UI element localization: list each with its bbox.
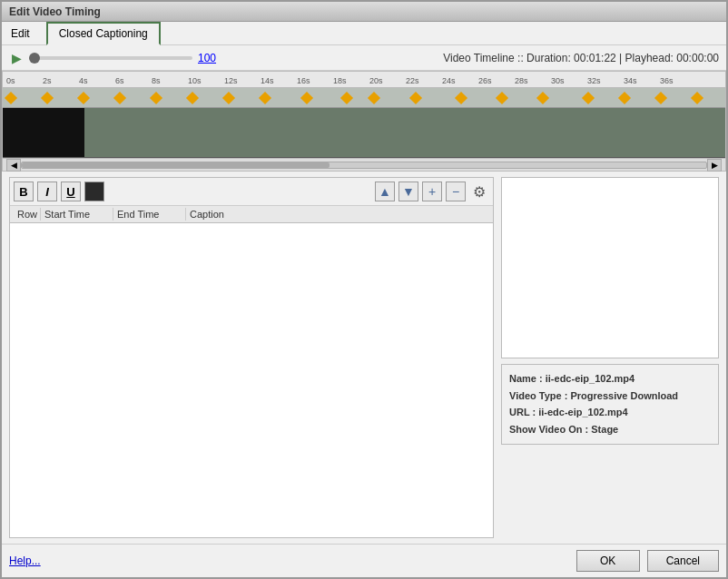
keyframe-13[interactable] — [496, 91, 508, 103]
keyframe-8[interactable] — [300, 91, 313, 103]
table-header: Row Start Time End Time Caption — [10, 206, 493, 223]
main-content: B I U ▲ ▼ + − ⚙ Row Start Time End Time … — [2, 172, 726, 544]
tab-closed-captioning[interactable]: Closed Captioning — [46, 22, 161, 45]
tick-8s: 8s — [152, 76, 161, 85]
scroll-thumb[interactable] — [22, 162, 330, 168]
keyframe-9[interactable] — [340, 91, 353, 103]
keyframe-6[interactable] — [222, 91, 235, 103]
show-label: Show Video On : — [509, 424, 588, 435]
move-up-button[interactable]: ▲ — [375, 182, 395, 201]
video-preview — [501, 177, 719, 358]
info-url: URL : ii-edc-eip_102.mp4 — [509, 404, 711, 421]
tick-30s: 30s — [551, 76, 565, 85]
tick-14s: 14s — [261, 76, 274, 85]
col-caption: Caption — [186, 208, 489, 221]
keyframe-2[interactable] — [77, 91, 90, 103]
tick-12s: 12s — [224, 76, 238, 85]
name-value: ii-edc-eip_102.mp4 — [546, 373, 635, 384]
tick-28s: 28s — [515, 76, 528, 85]
info-name: Name : ii-edc-eip_102.mp4 — [509, 370, 711, 388]
add-caption-button[interactable]: + — [422, 182, 442, 201]
ruler-ticks: 0s 2s 4s 6s 8s 10s 12s 14s 16s 18s 20s 2… — [3, 72, 725, 87]
keyframe-14[interactable] — [536, 91, 549, 103]
move-down-button[interactable]: ▼ — [398, 182, 418, 201]
keyframe-15[interactable] — [582, 91, 595, 103]
scroll-left-button[interactable]: ◀ — [6, 159, 21, 172]
track-thumbnail — [3, 108, 84, 157]
cancel-button[interactable]: Cancel — [647, 550, 719, 572]
tick-18s: 18s — [333, 76, 347, 85]
scroll-right-button[interactable]: ▶ — [707, 159, 722, 172]
keyframe-10[interactable] — [368, 91, 380, 103]
tick-6s: 6s — [115, 76, 124, 85]
remove-caption-button[interactable]: − — [446, 182, 466, 201]
slider-thumb[interactable] — [29, 53, 40, 64]
scroll-track[interactable] — [21, 162, 707, 169]
name-label: Name : — [509, 373, 543, 384]
video-info: Name : ii-edc-eip_102.mp4 Video Type : P… — [501, 364, 719, 445]
type-label: Video Type : — [509, 390, 567, 401]
caption-panel: B I U ▲ ▼ + − ⚙ Row Start Time End Time … — [9, 177, 494, 538]
timeline-area: 0s 2s 4s 6s 8s 10s 12s 14s 16s 18s 20s 2… — [2, 71, 726, 172]
col-end-time: End Time — [113, 208, 186, 221]
tick-16s: 16s — [297, 76, 310, 85]
col-row: Row — [14, 208, 41, 221]
keyframe-row — [3, 88, 725, 108]
tick-22s: 22s — [406, 76, 419, 85]
timeline-info: Video Timeline :: Duration: 00:01:22 | P… — [443, 52, 719, 64]
menu-bar: Edit Closed Captioning — [2, 22, 726, 45]
info-type: Video Type : Progressive Download — [509, 388, 711, 405]
tick-2s: 2s — [43, 76, 52, 85]
dialog-buttons: OK Cancel — [576, 550, 719, 572]
bold-button[interactable]: B — [14, 182, 34, 201]
tick-20s: 20s — [369, 76, 383, 85]
keyframe-4[interactable] — [150, 91, 162, 103]
tick-26s: 26s — [478, 76, 492, 85]
title-bar: Edit Video Timing — [2, 2, 726, 22]
settings-button[interactable]: ⚙ — [469, 182, 489, 201]
col-start-time: Start Time — [41, 208, 113, 221]
keyframe-1[interactable] — [41, 91, 54, 103]
tick-34s: 34s — [624, 76, 637, 85]
info-show: Show Video On : Stage — [509, 421, 711, 438]
keyframe-0[interactable] — [5, 91, 17, 103]
show-value: Stage — [591, 424, 618, 435]
url-label: URL : — [509, 407, 536, 417]
type-value: Progressive Download — [570, 390, 678, 401]
color-picker-button[interactable] — [84, 182, 104, 201]
keyframe-7[interactable] — [259, 91, 271, 103]
keyframe-5[interactable] — [186, 91, 199, 103]
tick-4s: 4s — [79, 76, 88, 85]
keyframe-16[interactable] — [618, 91, 631, 103]
keyframe-11[interactable] — [409, 91, 422, 103]
caption-table-body[interactable] — [10, 223, 493, 537]
video-track — [3, 108, 725, 158]
tick-24s: 24s — [442, 76, 456, 85]
right-panel: Name : ii-edc-eip_102.mp4 Video Type : P… — [501, 177, 719, 538]
bottom-bar: Help... OK Cancel — [2, 544, 726, 577]
underline-button[interactable]: U — [61, 182, 81, 201]
edit-menu[interactable]: Edit — [2, 22, 39, 44]
ok-button[interactable]: OK — [576, 550, 640, 572]
tab-bar: Closed Captioning — [39, 22, 161, 44]
play-button[interactable]: ▶ — [9, 51, 24, 65]
timeline-ruler: 0s 2s 4s 6s 8s 10s 12s 14s 16s 18s 20s 2… — [3, 72, 725, 88]
tick-10s: 10s — [188, 76, 202, 85]
keyframe-17[interactable] — [654, 91, 667, 103]
tick-32s: 32s — [587, 76, 601, 85]
keyframe-3[interactable] — [113, 91, 126, 103]
tick-36s: 36s — [660, 76, 674, 85]
formatting-toolbar: B I U ▲ ▼ + − ⚙ — [10, 178, 493, 206]
timeline-scrollbar[interactable]: ◀ ▶ — [3, 158, 725, 171]
italic-button[interactable]: I — [37, 182, 57, 201]
keyframe-18[interactable] — [691, 91, 703, 103]
help-link[interactable]: Help... — [9, 554, 41, 567]
timeline-controls: ▶ 100 Video Timeline :: Duration: 00:01:… — [2, 45, 726, 71]
url-value: ii-edc-eip_102.mp4 — [538, 407, 627, 417]
slider-value[interactable]: 100 — [198, 52, 216, 64]
window-title: Edit Video Timing — [9, 5, 101, 18]
main-window: Edit Video Timing Edit Closed Captioning… — [0, 0, 728, 579]
tick-0s: 0s — [6, 76, 15, 85]
keyframe-12[interactable] — [455, 91, 467, 103]
volume-slider[interactable] — [29, 56, 192, 60]
